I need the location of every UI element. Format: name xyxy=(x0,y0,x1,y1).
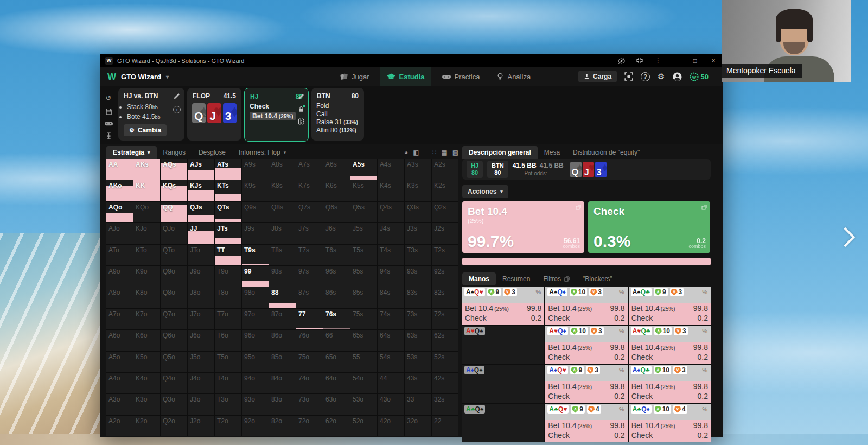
matrix-cell-T4s[interactable]: T4s xyxy=(378,245,404,265)
matrix-cell-T8o[interactable]: T8o xyxy=(215,287,241,308)
matrix-cell-44[interactable]: 44 xyxy=(378,373,404,393)
matrix-cell-A6o[interactable]: A6o xyxy=(106,330,133,351)
dot-grid-view-icon[interactable]: ∷ xyxy=(432,149,437,156)
slider-icon[interactable] xyxy=(105,132,112,139)
matrix-cell-QJs[interactable]: QJs xyxy=(188,202,214,223)
matrix-cell-J3o[interactable]: J3o xyxy=(188,394,214,415)
matrix-cell-T6s[interactable]: T6s xyxy=(323,245,350,265)
matrix-cell-AKs[interactable]: AKs xyxy=(133,159,160,180)
hand-cell-A♣Q♥[interactable]: A♣Q♥∧9∨4%Bet 10.4(25%)99.8Check0.2 xyxy=(545,404,627,442)
matrix-cell-86o[interactable]: 86o xyxy=(269,330,296,351)
matrix-cell-K4o[interactable]: K4o xyxy=(133,373,160,393)
check-action-box[interactable]: Check 0.3% 0.2combos xyxy=(588,201,710,253)
matrix-cell-66[interactable]: 66 xyxy=(323,330,350,351)
hand-cell-A♦Q♠[interactable]: A♦Q♠ xyxy=(462,365,544,403)
panel-action[interactable]: Call xyxy=(316,110,359,118)
panel-action[interactable]: Fold xyxy=(316,102,359,110)
matrix-cell-T7s[interactable]: T7s xyxy=(296,245,323,265)
matrix-cell-T7o[interactable]: T7o xyxy=(215,309,241,329)
tab-resumen[interactable]: Resumen xyxy=(496,272,537,285)
matrix-cell-T5o[interactable]: T5o xyxy=(215,352,241,372)
minimize-button[interactable]: – xyxy=(667,57,686,65)
matrix-cell-98s[interactable]: 98s xyxy=(269,266,296,287)
matrix-cell-22[interactable]: 22 xyxy=(432,416,458,436)
matrix-cell-QTs[interactable]: QTs xyxy=(215,202,241,223)
matrix-cell-TT[interactable]: TT xyxy=(215,245,241,265)
grid-view-icon[interactable]: ▦ xyxy=(441,149,447,156)
matrix-cell-76o[interactable]: 76o xyxy=(296,330,323,351)
matrix-cell-97s[interactable]: 97s xyxy=(296,266,323,287)
matrix-cell-T3o[interactable]: T3o xyxy=(215,394,241,415)
hand-cell-A♣Q♦[interactable]: A♣Q♦∧10∨4%Bet 10.4(25%)99.8Check0.2 xyxy=(629,404,711,442)
matrix-cell-T2o[interactable]: T2o xyxy=(215,416,241,436)
matrix-cell-QTo[interactable]: QTo xyxy=(161,245,187,265)
matrix-cell-32s[interactable]: 32s xyxy=(432,394,458,415)
brand[interactable]: W GTO Wizard ▾ xyxy=(100,72,169,81)
matrix-cell-K3s[interactable]: K3s xyxy=(405,180,431,201)
matrix-cell-87o[interactable]: 87o xyxy=(269,309,296,329)
matrix-cell-92o[interactable]: 92o xyxy=(242,416,269,436)
matrix-cell-72o[interactable]: 72o xyxy=(296,416,323,436)
matrix-cell-AA[interactable]: AA xyxy=(106,159,133,180)
matrix-cell-A8o[interactable]: A8o xyxy=(106,287,133,308)
nav-item-jugar[interactable]: Jugar xyxy=(334,67,376,86)
matrix-cell-65o[interactable]: 65o xyxy=(323,352,350,372)
chevron-right-icon[interactable] xyxy=(835,227,856,247)
matrix-cell-A8s[interactable]: A8s xyxy=(269,159,296,180)
tab-desglose[interactable]: Desglose xyxy=(192,146,232,159)
matrix-cell-ATs[interactable]: ATs xyxy=(215,159,241,180)
hand-cell-A♠Q♦[interactable]: A♠Q♦∧10∨3%Bet 10.4(25%)99.8Check0.2 xyxy=(545,287,627,325)
hand-cell-A♠Q♣[interactable]: A♠Q♣∧9∨3%Bet 10.4(25%)99.8Check0.2 xyxy=(629,287,711,325)
matrix-cell-53s[interactable]: 53s xyxy=(405,352,431,372)
matrix-cell-J9o[interactable]: J9o xyxy=(188,266,214,287)
matrix-cell-J4s[interactable]: J4s xyxy=(378,223,404,244)
matrix-cell-33[interactable]: 33 xyxy=(405,394,431,415)
matrix-cell-98o[interactable]: 98o xyxy=(242,287,269,308)
tab-blockers[interactable]: "Blockers" xyxy=(576,272,619,285)
matrix-cell-63s[interactable]: 63s xyxy=(405,330,431,351)
matrix-cell-T6o[interactable]: T6o xyxy=(215,330,241,351)
hand-cell-A♣Q♠[interactable]: A♣Q♠ xyxy=(462,404,544,442)
matrix-cell-AQs[interactable]: AQs xyxy=(161,159,187,180)
matrix-cell-KK[interactable]: KK xyxy=(133,180,160,201)
matrix-cell-A7o[interactable]: A7o xyxy=(106,309,133,329)
matrix-cell-A3s[interactable]: A3s xyxy=(405,159,431,180)
tab-manos[interactable]: Manos xyxy=(462,272,496,285)
matrix-cell-A2s[interactable]: A2s xyxy=(432,159,458,180)
tab-mesa[interactable]: Mesa xyxy=(538,146,566,159)
matrix-cell-J6o[interactable]: J6o xyxy=(188,330,214,351)
matrix-cell-K9s[interactable]: K9s xyxy=(242,180,269,201)
matrix-cell-Q9o[interactable]: Q9o xyxy=(161,266,187,287)
matrix-cell-64s[interactable]: 64s xyxy=(378,330,404,351)
matrix-cell-KJs[interactable]: KJs xyxy=(188,180,214,201)
matrix-cell-J7o[interactable]: J7o xyxy=(188,309,214,329)
matrix-cell-96o[interactable]: 96o xyxy=(242,330,269,351)
matrix-cell-K5s[interactable]: K5s xyxy=(350,180,377,201)
contrast-view-icon[interactable]: ◧ xyxy=(413,149,419,156)
matrix-cell-84s[interactable]: 84s xyxy=(378,287,404,308)
matrix-cell-Q5s[interactable]: Q5s xyxy=(350,202,377,223)
matrix-cell-KQo[interactable]: KQo xyxy=(133,202,160,223)
credits-badge[interactable]: W 50 xyxy=(690,72,709,81)
matrix-cell-AKo[interactable]: AKo xyxy=(106,180,133,201)
matrix-cell-A7s[interactable]: A7s xyxy=(296,159,323,180)
hand-cell-A♥Q♣[interactable]: A♥Q♣∧10∨3%Bet 10.4(25%)99.8Check0.2 xyxy=(629,326,711,364)
matrix-cell-KJo[interactable]: KJo xyxy=(133,223,160,244)
tab-rangos[interactable]: Rangos xyxy=(157,146,192,159)
tab-descripcion-general[interactable]: Descripción general xyxy=(462,146,538,159)
matrix-cell-86s[interactable]: 86s xyxy=(323,287,350,308)
matrix-cell-Q6s[interactable]: Q6s xyxy=(323,202,350,223)
maximize-button[interactable]: □ xyxy=(686,57,704,65)
matrix-cell-AJs[interactable]: AJs xyxy=(188,159,214,180)
matrix-cell-76s[interactable]: 76s xyxy=(323,309,350,329)
matrix-cell-JTs[interactable]: JTs xyxy=(215,223,241,244)
matrix-cell-T8s[interactable]: T8s xyxy=(269,245,296,265)
panel-action[interactable]: Bet 10.4 (25%) xyxy=(250,112,296,120)
pencil-icon[interactable] xyxy=(298,93,304,100)
matrix-cell-Q8s[interactable]: Q8s xyxy=(269,202,296,223)
matrix-cell-JJ[interactable]: JJ xyxy=(188,223,214,244)
history-icon[interactable]: ↺ xyxy=(106,94,112,102)
matrix-cell-83o[interactable]: 83o xyxy=(269,394,296,415)
range-book-icon[interactable] xyxy=(298,118,304,125)
hero-action-panel[interactable]: HJ 80 CheckBet 10.4 (25%) xyxy=(244,88,309,142)
